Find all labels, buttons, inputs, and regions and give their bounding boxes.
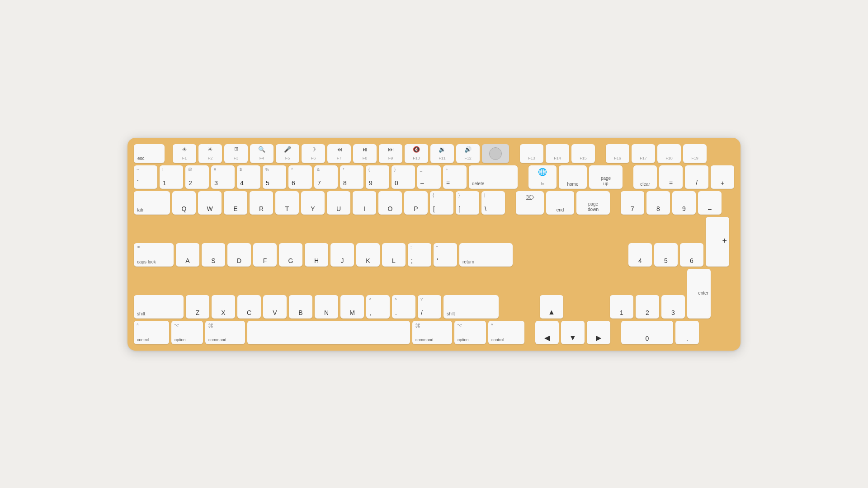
key-num-3[interactable]: 3	[661, 295, 685, 319]
key-d[interactable]: D	[227, 243, 251, 267]
key-tab[interactable]: tab	[134, 191, 170, 215]
key-num-0[interactable]: 0	[621, 321, 673, 344]
key-lbracket[interactable]: { [	[430, 191, 453, 215]
key-3[interactable]: # 3	[211, 165, 235, 189]
key-m[interactable]: M	[340, 295, 364, 319]
key-delete[interactable]: delete	[469, 165, 518, 189]
key-u[interactable]: U	[327, 191, 350, 215]
key-7[interactable]: & 7	[314, 165, 338, 189]
key-num-dot[interactable]: .	[675, 321, 699, 344]
key-equals[interactable]: + =	[443, 165, 467, 189]
key-fwddel[interactable]: ⌦	[516, 191, 544, 215]
key-j[interactable]: J	[330, 243, 354, 267]
key-slash[interactable]: ? /	[418, 295, 441, 319]
key-command-right[interactable]: ⌘ command	[412, 321, 452, 344]
key-fn-globe[interactable]: 🌐 fn	[528, 165, 557, 189]
key-period[interactable]: > .	[392, 295, 415, 319]
key-f15[interactable]: F15	[571, 144, 595, 163]
key-t[interactable]: T	[275, 191, 299, 215]
key-r[interactable]: R	[250, 191, 273, 215]
key-f[interactable]: F	[253, 243, 277, 267]
key-0[interactable]: ) 0	[392, 165, 415, 189]
key-i[interactable]: I	[353, 191, 376, 215]
key-f8[interactable]: ⏯ F8	[353, 144, 377, 163]
key-f6[interactable]: ☽ F6	[302, 144, 325, 163]
key-clear[interactable]: clear	[633, 165, 657, 189]
key-p[interactable]: P	[404, 191, 428, 215]
key-num-5[interactable]: 5	[654, 243, 678, 267]
key-option-left[interactable]: ⌥ option	[171, 321, 203, 344]
key-l[interactable]: L	[382, 243, 406, 267]
key-h[interactable]: H	[305, 243, 328, 267]
key-n[interactable]: N	[315, 295, 338, 319]
key-2[interactable]: @ 2	[185, 165, 209, 189]
key-v[interactable]: V	[263, 295, 287, 319]
key-right[interactable]: ▶	[587, 321, 610, 344]
key-home[interactable]: home	[559, 165, 587, 189]
key-pageup[interactable]: pageup	[589, 165, 623, 189]
key-f18[interactable]: F18	[657, 144, 681, 163]
key-5[interactable]: % 5	[263, 165, 286, 189]
key-6[interactable]: ^ 6	[288, 165, 312, 189]
key-control-right[interactable]: ^ control	[488, 321, 524, 344]
key-k[interactable]: K	[356, 243, 380, 267]
key-4[interactable]: $ 4	[237, 165, 260, 189]
key-f5[interactable]: 🎤 F5	[276, 144, 299, 163]
key-num-equals[interactable]: =	[659, 165, 683, 189]
key-num-divide[interactable]: /	[685, 165, 708, 189]
key-o[interactable]: O	[378, 191, 402, 215]
key-semicolon[interactable]: : ;	[408, 243, 431, 267]
key-down[interactable]: ▼	[561, 321, 585, 344]
key-touchid[interactable]	[482, 144, 509, 163]
key-comma[interactable]: < ,	[366, 295, 390, 319]
key-tilde[interactable]: ~ `	[134, 165, 157, 189]
key-c[interactable]: C	[237, 295, 261, 319]
key-f11[interactable]: 🔉 F11	[430, 144, 454, 163]
key-pagedown[interactable]: pagedown	[576, 191, 610, 215]
key-quote[interactable]: " '	[434, 243, 457, 267]
key-e[interactable]: E	[224, 191, 247, 215]
key-f10[interactable]: 🔇 F10	[405, 144, 428, 163]
key-end[interactable]: end	[546, 191, 574, 215]
key-f2[interactable]: ☀ F2	[198, 144, 222, 163]
key-f9[interactable]: ⏭ F9	[379, 144, 402, 163]
key-y[interactable]: Y	[301, 191, 325, 215]
key-1[interactable]: ! 1	[160, 165, 183, 189]
key-f1[interactable]: ☀ F1	[173, 144, 196, 163]
key-8[interactable]: * 8	[340, 165, 363, 189]
key-f13[interactable]: F13	[520, 144, 543, 163]
key-z[interactable]: Z	[186, 295, 209, 319]
key-q[interactable]: Q	[172, 191, 196, 215]
key-rbracket[interactable]: } ]	[456, 191, 479, 215]
key-num-1[interactable]: 1	[610, 295, 633, 319]
key-num-multiply[interactable]: +	[711, 165, 734, 189]
key-s[interactable]: S	[202, 243, 225, 267]
key-num-9[interactable]: 9	[672, 191, 696, 215]
key-space[interactable]	[247, 321, 410, 344]
key-control-left[interactable]: ^ control	[134, 321, 169, 344]
key-num-7[interactable]: 7	[621, 191, 644, 215]
key-num-enter[interactable]: enter	[687, 269, 711, 319]
key-esc[interactable]: esc	[134, 144, 165, 163]
key-a[interactable]: A	[176, 243, 199, 267]
key-minus[interactable]: _ –	[417, 165, 441, 189]
key-num-minus[interactable]: –	[698, 191, 722, 215]
key-up[interactable]: ▲	[540, 295, 563, 319]
key-f4[interactable]: 🔍 F4	[250, 144, 274, 163]
key-f12[interactable]: 🔊 F12	[456, 144, 480, 163]
key-shift-right[interactable]: shift	[443, 295, 499, 319]
key-f19[interactable]: F19	[683, 144, 707, 163]
key-g[interactable]: G	[279, 243, 302, 267]
key-return[interactable]: return	[459, 243, 513, 267]
key-num-4[interactable]: 4	[628, 243, 652, 267]
key-f14[interactable]: F14	[546, 144, 569, 163]
key-backslash[interactable]: | \	[481, 191, 505, 215]
key-capslock[interactable]: caps lock	[134, 243, 174, 267]
key-shift-left[interactable]: shift	[134, 295, 184, 319]
key-b[interactable]: B	[289, 295, 312, 319]
key-9[interactable]: ( 9	[366, 165, 389, 189]
key-f3[interactable]: ⊞ F3	[224, 144, 248, 163]
key-num-plus[interactable]: +	[706, 217, 729, 267]
key-command-left[interactable]: ⌘ command	[205, 321, 245, 344]
key-f17[interactable]: F17	[632, 144, 655, 163]
